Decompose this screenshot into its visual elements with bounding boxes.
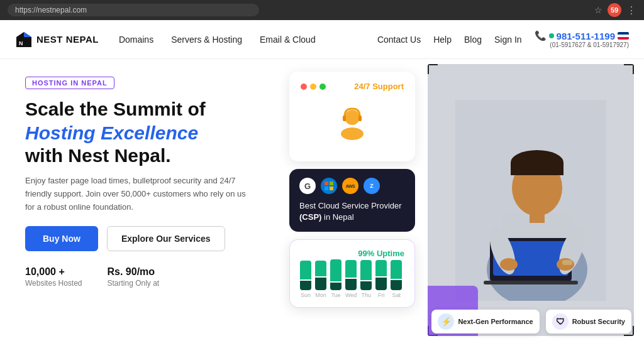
browser-actions: ☆ 59 ⋮ [594,3,636,17]
corner-tl [428,64,438,74]
flag-icon [618,32,629,40]
nav-link-servers[interactable]: Servers & Hosting [171,35,242,45]
phone-area: 📞 981-511-1199 (01-5917627 & 01-5917927) [535,30,629,48]
explore-services-button[interactable]: Explore Our Services [107,226,225,251]
main-content: HOSTING IN NEPAL Scale the Summit of Hos… [0,59,644,341]
support-label: 24/7 Support [354,82,404,91]
phone-number[interactable]: 📞 981-511-1199 [535,30,629,41]
nav-right: Contact Us Help Blog Sign In 📞 981-511-1… [377,30,629,48]
hero-center-cards: 24/7 Support G A [289,59,428,341]
badge-security: 🛡 Robust Security [546,310,631,333]
bar-mon: Mon [315,256,326,298]
hosting-badge: HOSTING IN NEPAL [25,77,114,89]
url-bar[interactable]: https://nestnepal.com [8,4,259,16]
buy-now-button[interactable]: Buy Now [25,226,98,251]
phone-icon: 📞 [535,30,547,41]
csp-abbrev: (CSP) [299,212,321,222]
traffic-lights [301,84,326,90]
svg-point-23 [500,258,518,271]
person-illustration [455,100,606,301]
logo[interactable]: N NEST NEPAL [15,31,99,48]
svg-rect-9 [325,187,328,190]
bar-thu: Thu [360,256,372,298]
csp-card: G AWS Z Best Cloud Service Provider (CSP… [289,169,415,232]
bar-day-label: Tue [331,292,340,298]
bar-chart: SunMonTueWedThuFriSat [300,263,404,301]
support-svg-icon [330,104,374,148]
nav-contact[interactable]: Contact Us [377,35,421,45]
bar-day-label: Fri [378,292,385,298]
stat-price-number: Rs. 90/mo [108,266,160,278]
bar-day-label: Thu [362,292,372,298]
online-dot [549,33,554,38]
browser-chrome: https://nestnepal.com ☆ 59 ⋮ [0,0,644,20]
svg-rect-7 [325,181,328,185]
bar-day-label: Mon [315,292,326,298]
svg-rect-5 [343,116,346,121]
photo-frame [428,64,634,336]
menu-icon[interactable]: ⋮ [626,4,636,16]
google-logo: G [299,178,316,194]
svg-rect-8 [330,181,333,185]
csp-text: Best Cloud Service Provider (CSP) in Nep… [299,200,405,223]
svg-rect-10 [330,187,333,190]
stats-row: 10,000 + Websites Hosted Rs. 90/mo Start… [25,266,269,288]
svg-rect-20 [484,281,578,284]
stat-websites: 10,000 + Websites Hosted [25,266,82,288]
logo-text: NEST NEPAL [36,34,99,45]
stat-price: Rs. 90/mo Starting Only at [108,266,160,288]
badge-security-label: Robust Security [572,318,625,325]
csp-best: Best [299,201,318,210]
badge-next-gen: ⚡ Next-Gen Performance [431,310,539,333]
microsoft-logo [321,178,337,194]
dot-green [319,84,326,90]
bar-day-label: Sun [301,292,311,298]
dot-yellow [310,84,316,90]
navbar: N NEST NEPAL Domains Servers & Hosting E… [0,20,644,59]
bar-sat: Sat [391,256,402,298]
svg-rect-17 [530,212,545,223]
security-icon: 🛡 [552,313,569,330]
svg-rect-25 [562,260,572,265]
bar-day-label: Wed [345,292,357,298]
bar-day-label: Sat [392,292,401,298]
stat-websites-label: Websites Hosted [25,279,82,288]
stat-websites-number: 10,000 + [25,266,82,278]
support-icon-wrap [301,97,404,150]
hero-subtitle: with Nest Nepal. [25,144,269,167]
next-gen-icon: ⚡ [438,313,454,330]
hero-buttons: Buy Now Explore Our Services [25,226,269,251]
support-card: 24/7 Support [289,72,415,161]
nav-blog[interactable]: Blog [464,35,482,45]
bar-wed: Wed [345,256,357,298]
bar-fri: Fri [375,256,387,298]
nav-links: Domains Servers & Hosting Email & Cloud [119,35,316,45]
dot-red [301,84,307,90]
nav-signin[interactable]: Sign In [494,35,522,45]
hero-description: Enjoy faster page load times, bulletproo… [25,175,252,214]
uptime-card: 99% Uptime SunMonTueWedThuFriSat [289,239,415,308]
zoom-logo: Z [364,178,380,194]
logo-icon: N [15,31,33,48]
bar-tue: Tue [330,256,341,298]
svg-point-3 [345,110,360,125]
phone-digits: 981-511-1199 [557,31,615,41]
bar-sun: Sun [300,256,311,298]
bottom-badges: ⚡ Next-Gen Performance 🛡 Robust Security [428,310,634,333]
hero-right: ⚡ Next-Gen Performance 🛡 Robust Security [428,59,644,341]
svg-point-4 [341,127,364,140]
svg-marker-1 [24,32,31,37]
hero-title-line1: Scale the Summit of [25,98,269,121]
support-card-header: 24/7 Support [301,82,404,91]
nav-link-email[interactable]: Email & Cloud [260,35,316,45]
hero-title-italic: Hosting Excellence [25,122,269,144]
phone-sub: (01-5917627 & 01-5917927) [550,41,629,48]
svg-rect-6 [358,116,362,121]
stat-price-label: Starting Only at [108,279,160,288]
nav-help[interactable]: Help [433,35,452,45]
profile-badge[interactable]: 59 [608,3,621,17]
nav-link-domains[interactable]: Domains [119,35,153,45]
bookmark-icon[interactable]: ☆ [594,5,602,15]
svg-rect-16 [511,163,564,175]
aws-logo: AWS [342,178,358,194]
